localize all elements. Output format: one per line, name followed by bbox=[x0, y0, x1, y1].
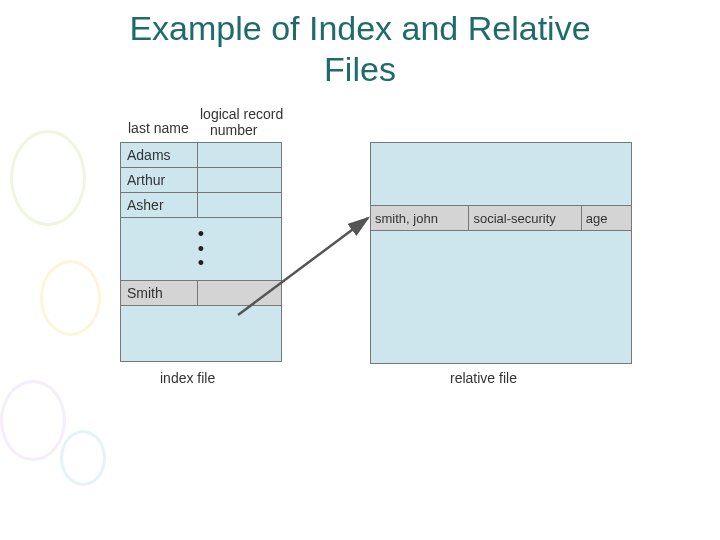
balloon-decor bbox=[0, 380, 66, 461]
lrn-cell bbox=[198, 281, 281, 305]
name-cell: Adams bbox=[121, 143, 198, 167]
rel-age-cell: age bbox=[582, 206, 631, 230]
title-line-1: Example of Index and Relative bbox=[129, 9, 590, 47]
smith-row: Smith bbox=[121, 281, 281, 306]
header-logical-record: logical record bbox=[200, 106, 283, 122]
balloon-decor bbox=[60, 430, 106, 486]
index-file-table: Adams Arthur Asher ••• Smith bbox=[120, 142, 282, 362]
name-cell: Smith bbox=[121, 281, 198, 305]
relative-file-box: smith, john social-security age bbox=[370, 142, 632, 364]
header-number: number bbox=[210, 122, 257, 138]
diagram-stage: last name logical record number Adams Ar… bbox=[120, 100, 650, 440]
slide-title: Example of Index and Relative Files bbox=[0, 0, 720, 90]
lrn-cell bbox=[198, 143, 281, 167]
index-file-caption: index file bbox=[160, 370, 215, 386]
blank-area bbox=[121, 306, 281, 361]
name-cell: Asher bbox=[121, 193, 198, 217]
lrn-cell bbox=[198, 168, 281, 192]
balloon-decor bbox=[10, 130, 86, 226]
rel-name-cell: smith, john bbox=[371, 206, 469, 230]
relative-file-caption: relative file bbox=[450, 370, 517, 386]
table-row: Asher bbox=[121, 193, 281, 218]
header-last-name: last name bbox=[128, 120, 189, 136]
lrn-cell bbox=[198, 193, 281, 217]
table-row: Arthur bbox=[121, 168, 281, 193]
rel-ssn-cell: social-security bbox=[469, 206, 581, 230]
name-cell: Arthur bbox=[121, 168, 198, 192]
balloon-decor bbox=[40, 260, 101, 336]
table-row: Adams bbox=[121, 143, 281, 168]
ellipsis-icon: ••• bbox=[121, 218, 281, 281]
title-line-2: Files bbox=[324, 50, 396, 88]
relative-row: smith, john social-security age bbox=[371, 205, 631, 231]
